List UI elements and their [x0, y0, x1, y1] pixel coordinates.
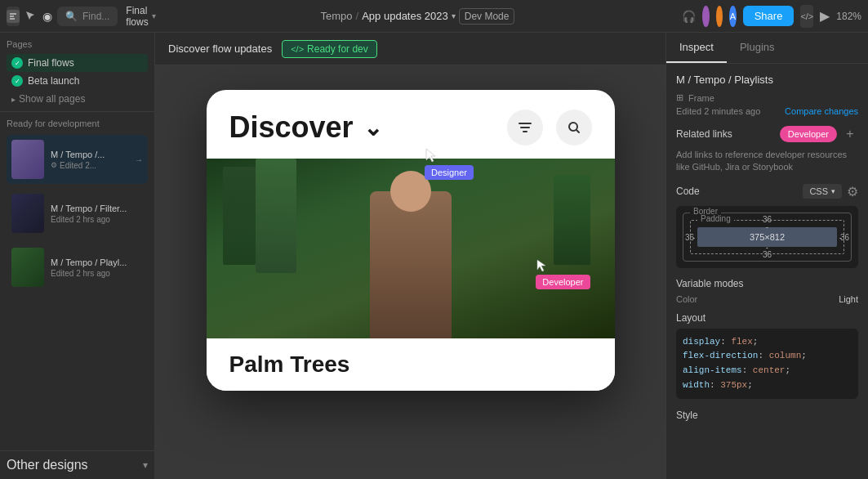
- developer-badge: Developer: [780, 126, 837, 142]
- panel-content: M / Tempo / Playlists ⊞ Frame Edited 2 m…: [666, 64, 868, 479]
- breadcrumb-app[interactable]: Tempo: [321, 10, 353, 22]
- code-icon[interactable]: </>: [800, 5, 813, 28]
- flow-thumb-1: [11, 140, 44, 179]
- zoom-level[interactable]: 182%: [836, 11, 861, 22]
- show-all-label: Show all pages: [19, 93, 85, 105]
- vector-tool-icon[interactable]: [24, 5, 38, 28]
- code-label: Code: [676, 186, 700, 197]
- box-inner: Padding - - - - 375×812: [690, 220, 844, 254]
- developer-tooltip: Developer: [536, 258, 590, 289]
- flow-thumb-2: [11, 194, 44, 233]
- phone-frame: Discover ⌄: [207, 90, 615, 391]
- main-layout: Pages ✓ Final flows ✓ Beta launch ▸ Show…: [0, 33, 868, 479]
- style-label: Style: [676, 410, 698, 421]
- style-section: Style: [676, 407, 858, 422]
- related-desc: Add links to reference developer resourc…: [676, 149, 858, 174]
- breadcrumb-chevron[interactable]: ▾: [452, 11, 456, 20]
- flow-arrow-1[interactable]: →: [135, 155, 143, 164]
- sidebar-item-beta-launch[interactable]: ✓ Beta launch: [7, 72, 148, 90]
- code-settings-icon[interactable]: ⚙: [847, 184, 858, 199]
- final-flows-dot: ✓: [11, 57, 23, 69]
- ready-title: Ready for development: [7, 119, 148, 128]
- devmode-badge[interactable]: Dev Mode: [459, 8, 515, 25]
- other-designs-chevron: ▾: [143, 459, 148, 471]
- logo-icon[interactable]: [7, 7, 20, 26]
- sidebar-spacer: [0, 303, 154, 450]
- topbar: ◉ 🔍 Find... Final flows ▾ Tempo / App up…: [0, 0, 868, 33]
- final-flows-label: Final flows ▾: [126, 5, 155, 28]
- flow-card-2[interactable]: M / Tempo / Filter... Edited 2 hrs ago: [7, 189, 148, 238]
- avatar-3[interactable]: A: [729, 6, 737, 27]
- css-label: CSS: [809, 186, 828, 196]
- code-section: Code CSS ▾ ⚙ Border 36 36: [676, 184, 858, 268]
- code-line-display: display: flex;: [683, 335, 852, 350]
- flow-card-1[interactable]: M / Tempo /... ⚙ Edited 2... →: [7, 135, 148, 184]
- avatar-2[interactable]: [716, 6, 723, 27]
- related-links-title: Related links: [676, 128, 732, 140]
- beta-launch-label: Beta launch: [28, 75, 79, 87]
- phone-content: Palm Trees: [207, 338, 615, 391]
- add-link-button[interactable]: +: [842, 126, 858, 142]
- topbar-right: 🎧 A Share </> ▶ 182%: [682, 5, 861, 28]
- code-line-width: width: 375px;: [683, 378, 852, 393]
- flow-name-3: M / Tempo / Playl...: [51, 257, 143, 267]
- search-icon-btn[interactable]: [556, 110, 592, 145]
- developer-label: Developer: [536, 275, 590, 289]
- flow-thumb-3: [11, 248, 44, 287]
- check-icon-2: ✓: [15, 78, 20, 85]
- layout-title: Layout: [676, 312, 858, 324]
- css-chevron: ▾: [831, 187, 835, 195]
- discover-text: Discover: [229, 110, 354, 145]
- pages-title: Pages: [7, 39, 148, 49]
- headphone-icon[interactable]: 🎧: [682, 5, 696, 28]
- variable-modes: Variable modes Color Light: [676, 278, 858, 304]
- layout-code: display: flex; flex-direction: column; a…: [676, 329, 858, 399]
- box-outer: Border 36 36 36 36 Padding - - - - 375×8…: [683, 213, 852, 262]
- share-button[interactable]: Share: [743, 6, 795, 26]
- avatar-1[interactable]: [702, 6, 710, 27]
- phone-discover-title: Discover ⌄: [229, 110, 382, 145]
- panel-subtitle: ⊞ Frame: [676, 92, 858, 103]
- other-designs[interactable]: Other designs ▾: [0, 450, 154, 479]
- layout-section: Layout display: flex; flex-direction: co…: [676, 312, 858, 399]
- final-flows-chevron: ▾: [152, 11, 156, 20]
- box-model: Border 36 36 36 36 Padding - - - - 375×8…: [676, 206, 858, 268]
- phone-header: Discover ⌄: [207, 90, 615, 159]
- related-links-actions: Developer +: [780, 126, 858, 142]
- color-var-row: Color Light: [676, 294, 858, 304]
- search-placeholder: Find...: [82, 11, 109, 22]
- flow-info-2: M / Tempo / Filter... Edited 2 hrs ago: [51, 204, 143, 224]
- css-selector[interactable]: CSS ▾: [803, 184, 842, 199]
- play-icon[interactable]: ▶: [820, 5, 830, 28]
- search-tool-icon[interactable]: ◉: [42, 5, 52, 28]
- flow-info-1: M / Tempo /... ⚙ Edited 2...: [51, 150, 128, 170]
- image-background: Developer: [207, 159, 615, 338]
- canvas-header: Discover flow updates </> Ready for dev: [155, 33, 665, 65]
- canvas-title: Discover flow updates: [168, 43, 272, 55]
- badge-label: Ready for dev: [307, 43, 368, 55]
- flow-card-3[interactable]: M / Tempo / Playl... Edited 2 hrs ago: [7, 243, 148, 292]
- filter-icon-btn[interactable]: [507, 110, 543, 145]
- breadcrumb-sep: /: [356, 10, 359, 22]
- edit-icon-1: ⚙: [51, 161, 57, 169]
- code-line-flex-direction: flex-direction: column;: [683, 349, 852, 364]
- svg-marker-3: [537, 260, 545, 271]
- tab-inspect[interactable]: Inspect: [666, 33, 727, 63]
- color-key: Color: [676, 294, 697, 304]
- tab-plugins[interactable]: Plugins: [727, 33, 788, 63]
- canvas-area[interactable]: Designer Discover ⌄: [155, 65, 665, 479]
- breadcrumb-page[interactable]: App updates 2023: [362, 10, 448, 22]
- compare-link[interactable]: Compare changes: [785, 106, 858, 116]
- related-links-header: Related links Developer +: [676, 126, 858, 142]
- show-all-pages[interactable]: ▸ Show all pages: [7, 90, 148, 108]
- code-line-align-items: align-items: center;: [683, 364, 852, 378]
- edit-row: Edited 2 minutes ago Compare changes: [676, 106, 858, 116]
- flow-edit-3: Edited 2 hrs ago: [51, 269, 143, 278]
- right-panel: Inspect Plugins M / Tempo / Playlists ⊞ …: [665, 33, 868, 479]
- sidebar-item-final-flows[interactable]: ✓ Final flows: [7, 54, 148, 72]
- topbar-left: ◉ 🔍 Find... Final flows ▾: [7, 5, 154, 28]
- expand-icon: ▸: [11, 95, 16, 104]
- ready-section: Ready for development M / Tempo /... ⚙ E…: [0, 111, 154, 303]
- search-bar[interactable]: 🔍 Find...: [57, 7, 118, 26]
- padding-top: -: [766, 222, 768, 231]
